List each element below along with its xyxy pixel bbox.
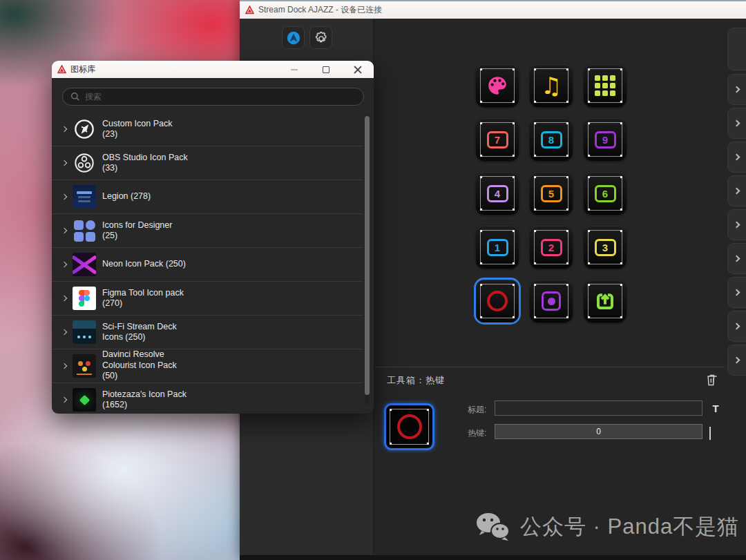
hotkey-field-label: 热键: (468, 427, 486, 439)
strip-button[interactable] (727, 28, 746, 70)
pack-row-figma[interactable]: Figma Tool Icon pack(270) (52, 282, 363, 316)
chevron-right-icon (61, 160, 67, 166)
key-digit-1[interactable]: 1 (476, 226, 519, 269)
record-circle-icon (487, 291, 508, 311)
strip-expander[interactable] (727, 74, 746, 105)
digit-5-icon: 5 (541, 185, 562, 202)
watermark-text: 公众号 · Panda不是猫 (520, 512, 739, 541)
strip-expander[interactable] (727, 108, 746, 139)
chevron-right-icon (61, 363, 67, 369)
digit-3-icon: 3 (595, 239, 616, 256)
chevron-right-icon (61, 228, 67, 233)
key-digit-9[interactable]: 9 (584, 118, 627, 161)
chevron-right-icon (733, 323, 740, 330)
strip-expander[interactable] (727, 142, 746, 173)
trash-icon[interactable] (705, 373, 719, 387)
preview-frame (390, 409, 429, 445)
neon-thumb (73, 253, 96, 276)
pack-row-designer[interactable]: Icons for Designer(25) (52, 214, 363, 248)
strip-expander[interactable] (727, 345, 746, 376)
search-icon (70, 92, 80, 102)
app-titlebar[interactable]: Stream Dock AJAZZ - 设备已连接 (240, 0, 746, 19)
digit-9-icon: 9 (595, 131, 616, 148)
strip-expander[interactable] (727, 243, 746, 274)
home-logo-button[interactable] (282, 26, 305, 49)
strip-expander[interactable] (727, 175, 746, 206)
pack-row-obs[interactable]: OBS Studio Icon Pack(33) (52, 146, 363, 180)
share-arrow-icon (594, 290, 616, 312)
chevron-right-icon (733, 255, 740, 262)
close-button[interactable] (346, 61, 370, 78)
minimize-icon (291, 69, 298, 70)
pack-row-davinci[interactable]: Davinci ResolveColourist Icon Pack(50) (52, 349, 363, 383)
hotkey-input[interactable] (495, 424, 702, 439)
strip-expander[interactable] (727, 209, 746, 240)
brand-logo-icon (286, 30, 301, 46)
key-digit-3[interactable]: 3 (584, 226, 627, 269)
text-style-button[interactable]: T (709, 401, 722, 415)
scrollbar-track[interactable] (365, 115, 370, 405)
chevron-right-icon (733, 86, 740, 93)
inspector-header: 工具箱：热键 (387, 374, 445, 387)
chevron-right-icon (61, 296, 67, 301)
dialog-title: 图标库 (70, 64, 95, 75)
settings-button[interactable] (309, 26, 332, 49)
key-music[interactable]: ♫ (530, 64, 573, 107)
chevron-right-icon (61, 194, 67, 200)
key-digit-6[interactable]: 6 (584, 172, 627, 215)
chevron-right-icon (733, 222, 740, 229)
pack-row-neon[interactable]: Neon Icon Pack (250) (52, 248, 363, 282)
pack-row-legion[interactable]: Legion (278) (52, 180, 363, 214)
pack-row-piotezaza[interactable]: Piotezaza's Icon Pack(1652) (52, 383, 363, 414)
title-input[interactable] (495, 400, 702, 416)
digit-1-icon: 1 (487, 239, 508, 256)
inspector-divider (375, 367, 725, 367)
key-grid-apps[interactable] (584, 64, 627, 107)
chevron-right-icon (733, 120, 740, 127)
digit-2-icon: 2 (541, 239, 562, 256)
key-digit-7[interactable]: 7 (476, 118, 519, 161)
key-record-selected[interactable] (476, 280, 519, 322)
record-stop-icon (542, 291, 561, 311)
gear-icon (314, 31, 328, 45)
piotezaza-thumb (73, 388, 96, 412)
window-bottom-edge (240, 555, 746, 560)
title-field-label: 标题: (468, 404, 486, 416)
dialog-titlebar[interactable]: 图标库 (52, 61, 374, 78)
wechat-icon (475, 511, 510, 543)
minimize-button[interactable] (283, 61, 306, 78)
digit-7-icon: 7 (487, 131, 508, 148)
key-digit-8[interactable]: 8 (530, 118, 573, 161)
hotkey-expand-button[interactable] (709, 427, 719, 436)
chevron-right-icon (733, 289, 740, 296)
selected-key-preview[interactable] (384, 403, 434, 450)
screen: Stream Dock AJAZZ - 设备已连接 ♫ (0, 0, 746, 560)
designer-thumb (74, 220, 95, 242)
app-title: Stream Dock AJAZZ - 设备已连接 (258, 4, 382, 16)
chevron-right-icon (61, 126, 67, 132)
scifi-thumb (73, 320, 96, 344)
custom-pack-icon (73, 117, 96, 141)
search-box[interactable] (62, 88, 364, 106)
chevron-right-icon (61, 262, 67, 267)
legion-thumb (73, 185, 96, 209)
search-input[interactable] (85, 92, 363, 102)
maximize-button[interactable] (314, 61, 338, 78)
key-palette[interactable] (476, 64, 519, 107)
music-note-icon: ♫ (541, 74, 562, 97)
key-digit-4[interactable]: 4 (476, 172, 519, 215)
key-record-stop[interactable] (530, 280, 573, 322)
strip-expander[interactable] (727, 311, 746, 342)
close-icon (354, 66, 362, 74)
pack-row-custom[interactable]: Custom Icon Pack(23) (52, 113, 363, 146)
pack-row-scifi[interactable]: Sci-Fi Stream DeckIcons (250) (52, 316, 363, 349)
right-action-strip (727, 0, 746, 560)
scrollbar-thumb[interactable] (365, 116, 370, 395)
strip-expander[interactable] (727, 277, 746, 308)
key-digit-5[interactable]: 5 (530, 172, 573, 215)
key-share[interactable] (584, 280, 627, 322)
key-grid: ♫ 7 8 9 4 5 6 1 2 3 (476, 64, 627, 322)
figma-thumb (73, 287, 96, 310)
davinci-thumb (73, 354, 96, 378)
key-digit-2[interactable]: 2 (530, 226, 573, 269)
